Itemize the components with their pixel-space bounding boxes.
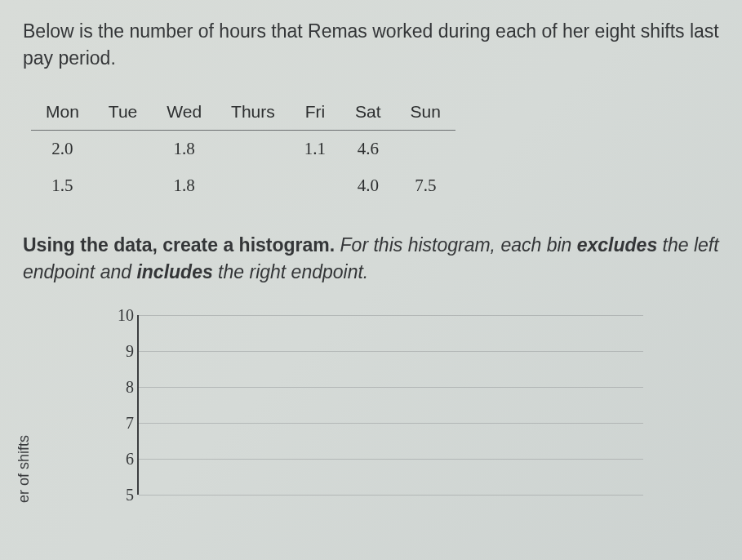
- cell: 4.6: [340, 130, 396, 167]
- cell: [216, 130, 290, 167]
- instruction-includes: includes: [136, 261, 212, 282]
- instruction-ital3: the right endpoint.: [213, 261, 369, 282]
- cell: [396, 130, 455, 167]
- cell: [94, 167, 152, 204]
- cell: 1.1: [290, 130, 340, 167]
- y-axis-line: [137, 315, 139, 495]
- intro-text: Below is the number of hours that Remas …: [23, 18, 719, 73]
- gridline: [139, 351, 643, 352]
- col-fri: Fri: [290, 96, 340, 131]
- col-wed: Wed: [152, 96, 216, 131]
- table-row: 1.5 1.8 4.0 7.5: [31, 167, 455, 204]
- instruction-text: Using the data, create a histogram. For …: [23, 232, 719, 287]
- ytick: 6: [104, 450, 134, 469]
- col-sun: Sun: [396, 96, 455, 131]
- cell: 1.8: [152, 167, 216, 204]
- instruction-excludes: excludes: [577, 234, 657, 256]
- gridline: [139, 495, 643, 496]
- cell: 1.5: [31, 167, 94, 204]
- shifts-table: Mon Tue Wed Thurs Fri Sat Sun 2.0 1.8 1.…: [31, 96, 455, 204]
- gridline: [139, 423, 643, 424]
- ytick: 10: [104, 306, 134, 325]
- cell: [216, 167, 290, 204]
- gridline: [139, 387, 643, 388]
- gridline: [139, 459, 643, 460]
- gridline: [139, 315, 643, 316]
- cell: 7.5: [396, 167, 455, 204]
- cell: 4.0: [340, 167, 396, 204]
- col-sat: Sat: [340, 96, 396, 131]
- ytick: 9: [104, 342, 134, 361]
- y-axis-label: er of shifts: [16, 435, 33, 503]
- ytick: 7: [104, 414, 134, 433]
- instruction-lead: Using the data, create a histogram.: [23, 234, 335, 256]
- col-mon: Mon: [31, 96, 94, 131]
- ytick: 5: [104, 486, 134, 504]
- ytick: 8: [104, 378, 134, 397]
- instruction-ital1: For this histogram, each bin: [335, 234, 577, 256]
- cell: [290, 167, 340, 204]
- cell: 2.0: [31, 130, 94, 167]
- data-table-wrap: Mon Tue Wed Thurs Fri Sat Sun 2.0 1.8 1.…: [31, 96, 719, 204]
- col-tue: Tue: [94, 96, 152, 131]
- histogram-chart[interactable]: er of shifts 10 9 8 7 6 5: [72, 315, 643, 495]
- cell: [94, 130, 152, 167]
- table-row: 2.0 1.8 1.1 4.6: [31, 130, 455, 167]
- cell: 1.8: [152, 130, 216, 167]
- col-thurs: Thurs: [216, 96, 290, 131]
